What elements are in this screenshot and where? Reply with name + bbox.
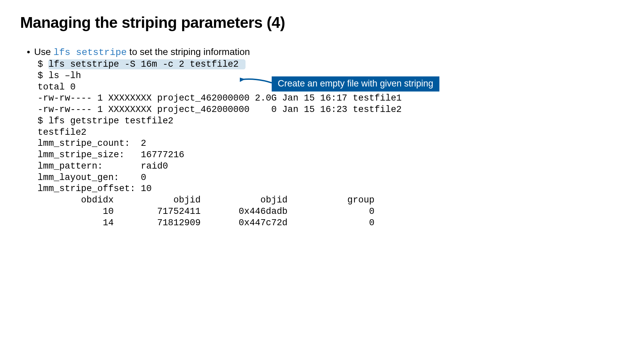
terminal-line-3: total 0 [38, 82, 75, 92]
terminal-line-7: testfile2 [38, 127, 87, 137]
bullet-suffix: to set the striping information [127, 47, 250, 57]
inline-code: lfs setstripe [53, 47, 126, 58]
terminal-line-8: lmm_stripe_count: 2 [38, 138, 146, 148]
bullet-point: • Use lfs setstripe to set the striping … [27, 47, 495, 58]
bullet-prefix: Use [34, 47, 54, 57]
callout-box: Create an empty file with given striping [272, 76, 439, 92]
terminal-line-15: 14 71812909 0x447c72d 0 [38, 218, 375, 228]
terminal-line-4: -rw-rw---- 1 XXXXXXXX project_462000000 … [38, 93, 402, 103]
terminal-line-14: 10 71752411 0x446dadb 0 [38, 206, 375, 217]
slide-content: • Use lfs setstripe to set the striping … [27, 47, 495, 229]
highlighted-command: lfs setstripe -S 16m -c 2 testfile2 [48, 59, 245, 69]
terminal-line-5: -rw-rw---- 1 XXXXXXXX project_462000000 … [38, 105, 402, 115]
terminal-line-2: $ ls –lh [38, 71, 81, 81]
bullet-text: Use lfs setstripe to set the striping in… [34, 47, 250, 58]
terminal-line-10: lmm_pattern: raid0 [38, 161, 168, 171]
terminal-line-6: $ lfs getstripe testfile2 [38, 116, 173, 126]
terminal-line-12: lmm_stripe_offset: 10 [38, 184, 152, 194]
bullet-marker: • [27, 47, 30, 57]
terminal-line-13: obdidx objid objid group [38, 195, 375, 205]
prompt-1: $ [38, 59, 48, 69]
slide-title: Managing the striping parameters (4) [20, 13, 495, 32]
terminal-line-11: lmm_layout_gen: 0 [38, 173, 146, 183]
terminal-line-9: lmm_stripe_size: 16777216 [38, 150, 184, 160]
